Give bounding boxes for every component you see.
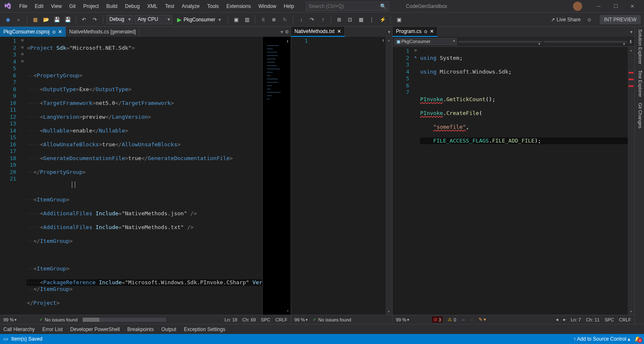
otab-output[interactable]: Output xyxy=(161,326,176,332)
tab-program-cs[interactable]: Program.cs ⊙ ✕ xyxy=(393,27,438,37)
indent-mode[interactable]: SPC xyxy=(261,317,271,322)
quick-search[interactable]: 🔍 xyxy=(306,2,389,11)
menu-view[interactable]: View xyxy=(48,3,65,10)
tab-pkgconsumer-csproj[interactable]: PkgConsumer.csproj ⊙ ✕ xyxy=(0,27,66,37)
scroll-right-icon[interactable]: ▸ xyxy=(563,317,566,322)
col-indicator[interactable]: Ch: 69 xyxy=(242,317,256,322)
tab-dropdown-icon[interactable]: ▾ xyxy=(281,29,283,35)
tb-icon-restart[interactable]: ↻ xyxy=(280,15,289,24)
otab-error-list[interactable]: Error List xyxy=(42,326,63,332)
menu-analyze[interactable]: Analyze xyxy=(178,3,203,10)
nav-project-select[interactable]: ▣PkgConsumer xyxy=(394,38,457,45)
menu-project[interactable]: Project xyxy=(80,3,102,10)
col-indicator[interactable]: Ch: 11 xyxy=(586,317,599,322)
step-into-icon[interactable]: ↓ xyxy=(297,15,306,24)
otab-dev-powershell[interactable]: Developer PowerShell xyxy=(70,326,120,332)
editor3-body[interactable]: 1234567 ⊟✎ using System; using Microsoft… xyxy=(393,47,634,315)
user-avatar[interactable] xyxy=(573,2,582,11)
line-indicator[interactable]: Ln: 7 xyxy=(571,317,581,322)
close-icon[interactable]: ✕ xyxy=(58,29,62,35)
eol-mode[interactable]: CRLF xyxy=(619,317,631,322)
hsplit-icon[interactable]: ⬍ xyxy=(286,38,289,44)
menu-debug[interactable]: Debug xyxy=(122,3,143,10)
nav-member-select[interactable] xyxy=(544,41,627,43)
nav-class-select[interactable] xyxy=(459,41,542,43)
close-icon[interactable]: ✕ xyxy=(337,28,341,34)
tb-icon-b[interactable]: ⊡ xyxy=(345,15,355,24)
tb-icon-a[interactable]: ⊞ xyxy=(335,15,344,24)
tb-icon-2[interactable]: ▥ xyxy=(242,15,251,24)
side-tab-test-explorer[interactable]: Test Explorer xyxy=(635,68,644,99)
tab-nativemethods-txt[interactable]: NativeMethods.txt ✕ xyxy=(291,27,345,37)
start-debug-button[interactable]: ▶ PkgConsumer ▾ xyxy=(174,15,224,24)
close-window-button[interactable]: ✕ xyxy=(624,0,641,13)
issues-indicator[interactable]: ✓ No issues found xyxy=(313,317,351,322)
code-area[interactable]: <Project Sdk="Microsoft.NET.Sdk"> ··<Pro… xyxy=(25,37,262,315)
menu-window[interactable]: Window xyxy=(255,3,280,10)
zoom-level[interactable]: 99 % ▾ xyxy=(3,317,17,322)
line-indicator[interactable]: Ln: 18 xyxy=(225,317,238,322)
eol-mode[interactable]: CRLF xyxy=(275,317,287,322)
tb-icon-pause[interactable]: ⏸ xyxy=(259,15,268,24)
menu-git[interactable]: Git xyxy=(66,3,79,10)
step-over-icon[interactable]: ↷ xyxy=(307,15,317,24)
editor2-body[interactable]: ⬍ 1 ▴ ▾ xyxy=(291,37,392,315)
feedback-icon[interactable]: ☺ xyxy=(585,15,594,24)
tb-icon-f[interactable]: ▣ xyxy=(394,15,403,24)
live-share-button[interactable]: ↗ Live Share xyxy=(548,16,583,23)
search-input[interactable] xyxy=(309,3,380,9)
save-icon[interactable]: 💾 xyxy=(52,15,61,24)
editor1-body[interactable]: 123456789101112131415161718192021 ⊟⊟⊟⊟ <… xyxy=(0,37,291,315)
maximize-button[interactable]: ☐ xyxy=(607,0,624,13)
fold-gutter[interactable]: ⊟✎ xyxy=(413,47,418,315)
side-tab-solution-explorer[interactable]: Solution Explorer xyxy=(635,27,644,67)
menu-tools[interactable]: Tools xyxy=(204,3,222,10)
tab-nativemethods-cs[interactable]: NativeMethods.cs [generated] xyxy=(66,27,139,37)
redo-icon[interactable]: ↷ xyxy=(90,15,99,24)
menu-build[interactable]: Build xyxy=(103,3,121,10)
scroll-left-icon[interactable]: ◂ xyxy=(556,317,558,322)
hsplit-icon[interactable]: ⬍ xyxy=(382,38,385,43)
pin-icon[interactable]: ⊙ xyxy=(424,29,427,34)
menu-xml[interactable]: XML xyxy=(144,3,161,10)
save-all-icon[interactable]: 💾 xyxy=(63,15,72,24)
pin-icon[interactable]: ⊙ xyxy=(52,30,56,34)
minimize-button[interactable]: ─ xyxy=(591,0,607,13)
zoom-level[interactable]: 99 % ▾ xyxy=(294,317,308,322)
tb-icon-c[interactable]: ▦ xyxy=(356,15,365,24)
otab-exception-settings[interactable]: Exception Settings xyxy=(184,326,225,332)
menu-file[interactable]: File xyxy=(16,3,30,10)
new-project-icon[interactable]: ▦ xyxy=(30,15,40,24)
otab-breakpoints[interactable]: Breakpoints xyxy=(127,326,154,332)
navigate-fwd-icon[interactable]: ▸ xyxy=(14,15,23,24)
open-file-icon[interactable]: 📂 xyxy=(41,15,51,24)
code-area[interactable]: using System; using Microsoft.Windows.Sd… xyxy=(418,47,628,315)
indent-mode[interactable]: SPC xyxy=(605,317,614,322)
config-select[interactable]: Debug xyxy=(106,15,133,24)
otab-call-hierarchy[interactable]: Call Hierarchy xyxy=(3,326,35,332)
tab-gear-icon[interactable]: ⚙ xyxy=(285,29,289,35)
tb-icon-1[interactable]: ▣ xyxy=(231,15,241,24)
menu-edit[interactable]: Edit xyxy=(31,3,47,10)
minimap[interactable]: ⬍ ▾ xyxy=(262,37,291,315)
tb-icon-stop[interactable]: ⏹ xyxy=(269,15,279,24)
close-icon[interactable]: ✕ xyxy=(430,28,434,34)
zoom-level[interactable]: 99 % ▾ xyxy=(396,317,409,322)
issues-indicator[interactable]: ✓ No issues found xyxy=(39,317,78,322)
v-scrollbar[interactable]: ▴ ▾ xyxy=(385,37,392,315)
v-scrollbar[interactable]: ▴ ▾ xyxy=(628,47,634,315)
h-scrollbar[interactable] xyxy=(83,318,166,322)
step-out-icon[interactable]: ↑ xyxy=(318,15,327,24)
nav-fwd-icon[interactable]: → xyxy=(469,317,474,322)
tab-dropdown-icon[interactable]: ▾ xyxy=(388,29,390,35)
tab-dropdown-icon[interactable]: ▾ xyxy=(630,29,633,35)
tb-icon-d[interactable]: ⋮ xyxy=(367,15,376,24)
code-area[interactable] xyxy=(311,37,385,315)
undo-icon[interactable]: ↶ xyxy=(79,15,89,24)
navigate-back-icon[interactable]: ◉ xyxy=(3,15,13,24)
warning-count[interactable]: ⚠ 0 xyxy=(448,317,456,322)
menu-extensions[interactable]: Extensions xyxy=(223,3,254,10)
hsplit-icon[interactable]: ⬍ xyxy=(629,39,633,45)
source-control-button[interactable]: ↑ Add to Source Control ▴ xyxy=(573,336,630,342)
notifications-button[interactable]: 🔔 3 xyxy=(634,336,641,342)
